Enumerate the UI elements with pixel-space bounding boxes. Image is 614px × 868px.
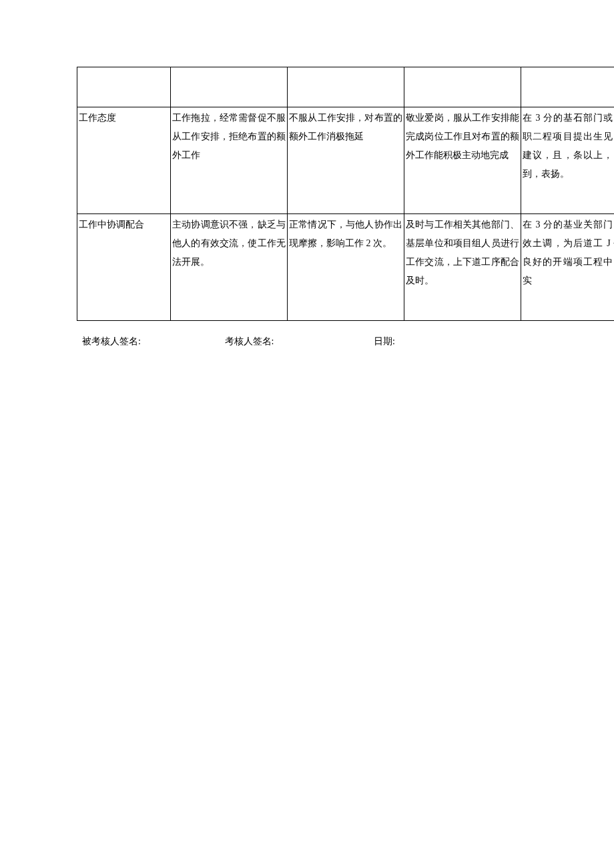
table-header-row xyxy=(77,67,615,107)
header-cell xyxy=(77,67,171,107)
header-cell xyxy=(288,67,404,107)
date-label: 日期: xyxy=(374,333,454,350)
header-cell xyxy=(521,67,615,107)
cell: 主动协调意识不强，缺乏与他人的有效交流，使工作无法开展。 xyxy=(171,214,288,321)
cell: 正常情况下，与他人协作出现摩擦，影响工作 2 次。 xyxy=(288,214,404,321)
row-label: 工作态度 xyxy=(77,107,171,214)
cell: 不服从工作安排，对布置的额外工作消极拖延 xyxy=(288,107,404,214)
table-row: 工作中协调配合 主动协调意识不强，缺乏与他人的有效交流，使工作无法开展。 正常情… xyxy=(77,214,615,321)
signature-line: 被考核人签名: 考核人签名: 日期: xyxy=(77,333,614,350)
row-label: 工作中协调配合 xyxy=(77,214,171,321)
cell: 在 3 分的基业关部门有效土调，为后道工 J 个良好的开端项工程中的实 xyxy=(521,214,615,321)
cell: 工作拖拉，经常需督促不服从工作安排，拒绝布置的额外工作 xyxy=(171,107,288,214)
assessor-signature-label: 考核人签名: xyxy=(225,333,372,350)
evaluation-table: 工作态度 工作拖拉，经常需督促不服从工作安排，拒绝布置的额外工作 不服从工作安排… xyxy=(77,67,614,321)
header-cell xyxy=(171,67,288,107)
cell: 及时与工作相关其他部门、基层单位和项目组人员进行工作交流，上下道工序配合及时。 xyxy=(404,214,521,321)
cell: 敬业爱岗，服从工作安排能完成岗位工作且对布置的额外工作能积极主动地完成 xyxy=(404,107,521,214)
table-row: 工作态度 工作拖拉，经常需督促不服从工作安排，拒绝布置的额外工作 不服从工作安排… xyxy=(77,107,615,214)
header-cell xyxy=(404,67,521,107)
assessee-signature-label: 被考核人签名: xyxy=(82,333,222,350)
cell: 在 3 分的基石部门或本职二程项目提出生见和建议，且，条以上，受到，表扬。 xyxy=(521,107,615,214)
